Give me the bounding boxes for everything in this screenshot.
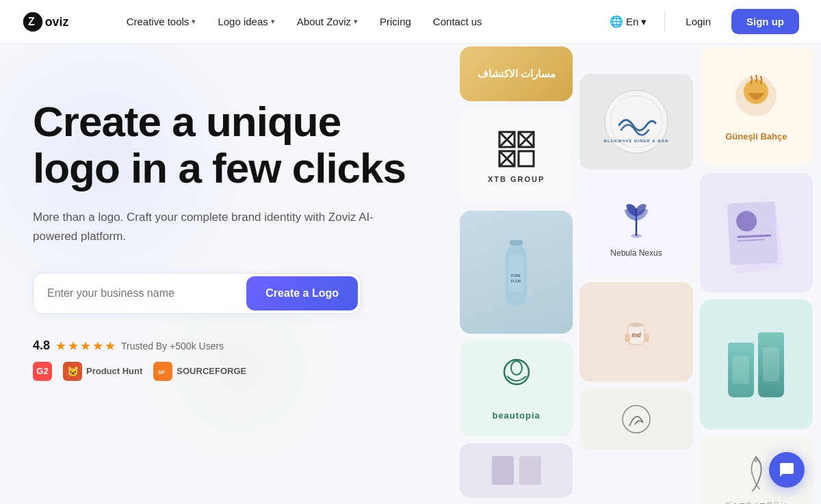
chevron-down-icon: ▾ — [192, 17, 196, 26]
jp-salon-icon — [739, 453, 773, 494]
hero-subtitle: More than a logo. Craft your complete br… — [33, 208, 375, 245]
grid-col-2: BLUEWAVE DINER & BAR — [579, 74, 692, 504]
svg-point-22 — [605, 90, 668, 153]
business-name-input[interactable] — [34, 275, 244, 312]
signup-button[interactable]: Sign up — [731, 9, 799, 34]
star-5: ★ — [105, 339, 116, 354]
rating-value: 4.8 — [33, 339, 50, 353]
login-button[interactable]: Login — [676, 10, 720, 33]
logo-card-bottom1 — [460, 443, 573, 498]
svg-point-21 — [511, 361, 522, 375]
grid-col-3: Güneşli Bahçe — [700, 47, 813, 504]
star-rating: ★ ★ ★ ★ ★ — [55, 339, 116, 354]
producthunt-label: Product Hunt — [86, 366, 142, 376]
nav-pricing[interactable]: Pricing — [370, 10, 421, 33]
star-2: ★ — [68, 339, 79, 354]
logo-card-arabic: مسارات الاكتشاف — [460, 47, 573, 101]
nav-divider — [664, 12, 665, 31]
xtb-logo-icon — [496, 129, 537, 170]
chevron-down-icon: ▾ — [271, 17, 275, 26]
hero-title: Create a unique logo in a few clicks — [33, 98, 419, 191]
logo-card-sketch — [579, 388, 692, 450]
trust-badges: G2 🐱 Product Hunt SF SOURCEFORGE — [33, 362, 419, 381]
svg-text:Ind: Ind — [631, 332, 641, 339]
logo[interactable]: Z oviz — [22, 11, 95, 33]
trust-row: 4.8 ★ ★ ★ ★ ★ Trusted By +500k Users — [33, 339, 419, 354]
svg-rect-14 — [519, 151, 534, 166]
sourceforge-label: SOURCEFORGE — [177, 366, 246, 376]
producthunt-badge: 🐱 Product Hunt — [63, 362, 142, 381]
logo-card-bluewave: BLUEWAVE DINER & BAR — [579, 74, 692, 170]
svg-rect-30 — [625, 334, 630, 342]
jp-label: ビューティーサロン — [725, 500, 787, 505]
svg-point-25 — [631, 234, 642, 238]
logo-card-xtb: XTB GROUP — [460, 108, 573, 204]
svg-text:BLUEWAVE DINER & BAR: BLUEWAVE DINER & BAR — [604, 139, 669, 143]
star-4: ★ — [92, 339, 103, 354]
svg-point-32 — [623, 406, 650, 433]
logo-grid: مسارات الاكتشاف — [452, 44, 821, 504]
globe-icon: 🌐 — [610, 15, 623, 28]
trust-text: Trusted By +500k Users — [121, 341, 224, 352]
chat-icon — [779, 462, 795, 478]
bluewave-icon: BLUEWAVE DINER & BAR — [602, 88, 670, 156]
nav-logo-ideas[interactable]: Logo ideas ▾ — [208, 10, 284, 33]
producthunt-icon: 🐱 — [63, 362, 82, 381]
gunesli-icon — [729, 71, 783, 126]
beautopia-icon — [496, 357, 537, 405]
language-selector[interactable]: 🌐 En ▾ — [603, 11, 653, 32]
g2-badge: G2 — [33, 362, 52, 381]
chevron-down-icon: ▾ — [641, 16, 647, 28]
g2-icon: G2 — [33, 362, 52, 381]
logo-card-purple — [700, 173, 813, 293]
beautopia-label: beautopia — [492, 410, 540, 421]
logo-card-gunesli: Güneşli Bahçe — [700, 47, 813, 166]
sketch-icon — [616, 399, 657, 440]
nebula-label: Nebula Nexus — [610, 248, 662, 258]
grid-columns: مسارات الاكتشاف — [460, 44, 813, 504]
grid-col-1: مسارات الاكتشاف — [460, 47, 573, 504]
svg-point-34 — [744, 79, 768, 104]
sourceforge-badge: SF SOURCEFORGE — [153, 362, 246, 381]
business-name-form: Create a Logo — [33, 273, 361, 314]
create-logo-button[interactable]: Create a Logo — [246, 276, 358, 310]
nav-right: 🌐 En ▾ Login Sign up — [603, 9, 799, 34]
nav-about-zoviz[interactable]: About Zoviz ▾ — [287, 10, 367, 33]
xtb-label: XTB GROUP — [488, 175, 545, 183]
star-3: ★ — [80, 339, 91, 354]
logo-card-cafe: Ind — [579, 282, 692, 382]
trust-section: 4.8 ★ ★ ★ ★ ★ Trusted By +500k Users G2 … — [33, 339, 419, 381]
svg-rect-15 — [510, 240, 523, 246]
nebula-icon — [612, 195, 660, 243]
arabic-text: مسارات الاكتشاف — [478, 68, 556, 80]
nav-links: Creative tools ▾ Logo ideas ▾ About Zovi… — [117, 10, 603, 33]
gunesli-label: Güneşli Bahçe — [725, 131, 787, 142]
svg-point-29 — [629, 323, 644, 327]
svg-point-35 — [754, 458, 758, 462]
logo-card-bottle: PURE FLOW — [460, 211, 573, 334]
svg-text:PURE: PURE — [511, 274, 521, 278]
cafe-icon: Ind — [612, 303, 660, 361]
logo-card-nebula: Nebula Nexus — [579, 176, 692, 276]
sourceforge-icon: SF — [153, 362, 172, 381]
bottle-icon: PURE FLOW — [497, 235, 535, 310]
svg-text:Z: Z — [28, 16, 35, 27]
svg-text:SF: SF — [158, 369, 165, 375]
svg-text:oviz: oviz — [45, 15, 69, 29]
logo-card-beautopia: beautopia — [460, 341, 573, 436]
chat-button[interactable] — [769, 452, 805, 488]
navigation: Z oviz Creative tools ▾ Logo ideas ▾ Abo… — [0, 0, 821, 44]
star-1: ★ — [55, 339, 66, 354]
svg-rect-31 — [644, 334, 649, 342]
nav-contact-us[interactable]: Contact us — [423, 10, 492, 33]
svg-text:FLOW: FLOW — [511, 279, 521, 283]
hero-section: Create a unique logo in a few clicks Mor… — [0, 44, 452, 504]
logo-card-teal — [700, 300, 813, 429]
nav-creative-tools[interactable]: Creative tools ▾ — [117, 10, 206, 33]
main-layout: Create a unique logo in a few clicks Mor… — [0, 0, 821, 504]
chevron-down-icon: ▾ — [354, 17, 358, 26]
